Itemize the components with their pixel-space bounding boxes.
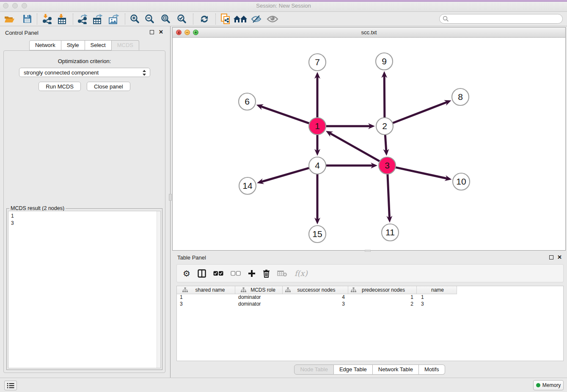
tab-edge-table[interactable]: Edge Table xyxy=(334,364,373,375)
network-window-titlebar[interactable]: x − + scc.txt xyxy=(173,28,565,38)
network-window-title: scc.txt xyxy=(173,29,565,36)
graph-node-8[interactable]: 8 xyxy=(452,88,469,105)
graph-node-14[interactable]: 14 xyxy=(239,177,256,194)
cell-shared-name[interactable]: 3 xyxy=(177,301,235,308)
cell-mcds-role[interactable]: dominator xyxy=(235,294,283,301)
optimization-criterion-dropdown[interactable]: strongly connected component xyxy=(19,68,150,77)
tab-node-table[interactable]: Node Table xyxy=(294,364,334,375)
zoom-in-button[interactable] xyxy=(128,13,142,25)
zoom-fit-content-button[interactable] xyxy=(158,13,174,25)
delete-column-button[interactable] xyxy=(263,269,270,278)
close-table-panel-icon[interactable]: ✕ xyxy=(557,254,562,260)
graph-node-7[interactable]: 7 xyxy=(309,54,326,71)
export-image-button[interactable] xyxy=(106,13,122,25)
search-input[interactable] xyxy=(439,14,563,24)
float-panel-icon[interactable] xyxy=(150,30,154,34)
graph-node-2[interactable]: 2 xyxy=(376,118,393,135)
save-session-button[interactable] xyxy=(20,13,34,25)
graph-edge-3-11[interactable] xyxy=(386,173,392,223)
export-network-button[interactable] xyxy=(76,13,90,25)
graph-edge-1-7[interactable] xyxy=(314,72,320,119)
cell-mcds-role[interactable]: dominator xyxy=(235,301,283,308)
import-table-button[interactable] xyxy=(54,13,70,25)
zoom-selected-icon xyxy=(177,14,187,24)
graph-node-4[interactable]: 4 xyxy=(309,157,326,174)
network-canvas[interactable]: 7968124314101511 xyxy=(173,38,565,250)
hide-selected-button[interactable] xyxy=(248,13,264,25)
memory-status-icon xyxy=(536,383,540,387)
graph-edge-1-4[interactable] xyxy=(314,134,320,156)
apply-preferred-layout-button[interactable] xyxy=(196,13,212,25)
cell-shared-name[interactable]: 1 xyxy=(177,294,235,301)
tab-motifs[interactable]: Motifs xyxy=(419,364,445,375)
graph-node-6[interactable]: 6 xyxy=(239,93,256,110)
show-all-button[interactable] xyxy=(264,13,281,25)
splitter-grip[interactable] xyxy=(169,194,172,201)
zoom-selected-button[interactable] xyxy=(174,13,190,25)
float-table-panel-icon[interactable] xyxy=(549,255,553,259)
folder-open-icon xyxy=(4,15,15,23)
graph-node-1[interactable]: 1 xyxy=(309,118,326,135)
graph-edge-2-8[interactable] xyxy=(392,100,451,123)
graph-edge-2-9[interactable] xyxy=(381,71,387,119)
graph-node-10[interactable]: 10 xyxy=(453,173,470,190)
tab-style[interactable]: Style xyxy=(61,40,85,50)
column-header-predecessor-nodes[interactable]: predecessor nodes xyxy=(348,286,417,294)
tab-mcds[interactable]: MCDS xyxy=(112,40,139,50)
import-network-button[interactable] xyxy=(40,13,54,25)
table-settings-button[interactable]: ⚙ xyxy=(183,269,190,278)
mcds-result-textarea[interactable]: 1 3 xyxy=(8,211,161,368)
column-header-name[interactable]: name xyxy=(417,286,457,294)
delete-table-button-disabled xyxy=(277,270,287,277)
refresh-layout-icon xyxy=(199,14,209,24)
tab-select[interactable]: Select xyxy=(85,40,112,50)
window-title: Session: New Session xyxy=(0,3,567,9)
eye-slash-icon xyxy=(251,15,262,23)
vertical-splitter[interactable] xyxy=(168,26,172,378)
graph-node-3[interactable]: 3 xyxy=(379,157,396,174)
cell-successor-nodes[interactable]: 3 xyxy=(283,301,348,308)
cell-name[interactable]: 1 xyxy=(417,294,457,301)
graph-node-9[interactable]: 9 xyxy=(376,53,393,70)
graph-edge-3-1[interactable] xyxy=(326,131,380,162)
memory-button[interactable]: Memory xyxy=(533,380,564,390)
result-scrollbar[interactable] xyxy=(157,211,160,368)
column-header-successor-nodes[interactable]: successor nodes xyxy=(283,286,348,294)
graph-edge-4-14[interactable] xyxy=(257,168,310,184)
task-history-button[interactable] xyxy=(4,381,17,390)
cell-predecessor-nodes[interactable]: 1 xyxy=(348,294,417,301)
deselect-all-columns-button[interactable] xyxy=(231,271,241,276)
select-all-columns-button[interactable] xyxy=(213,271,223,276)
create-column-button[interactable] xyxy=(248,270,256,277)
graph-edge-2-3[interactable] xyxy=(383,134,389,156)
graph-edge-3-10[interactable] xyxy=(395,167,452,181)
cell-predecessor-nodes[interactable]: 2 xyxy=(348,301,417,308)
graph-node-11[interactable]: 11 xyxy=(382,224,399,241)
mcds-result-groupbox: MCDS result (2 nodes) 1 3 xyxy=(6,208,162,370)
tab-network[interactable]: Network xyxy=(29,40,61,50)
table-row[interactable]: 1 dominator 4 1 1 xyxy=(177,294,563,301)
graph-edge-1-6[interactable] xyxy=(256,104,310,124)
close-panel-button[interactable]: Close panel xyxy=(87,82,130,91)
svg-text:4: 4 xyxy=(315,160,320,170)
cell-name[interactable]: 3 xyxy=(417,301,457,308)
export-table-button[interactable] xyxy=(90,13,106,25)
open-session-button[interactable] xyxy=(3,13,16,25)
graph-edge-4-3[interactable] xyxy=(325,163,377,168)
tab-network-table[interactable]: Network Table xyxy=(373,364,419,375)
zoom-out-button[interactable] xyxy=(142,13,158,25)
graph-edge-1-2[interactable] xyxy=(325,123,375,129)
network-graph[interactable]: 7968124314101511 xyxy=(173,38,565,250)
table-row[interactable]: 3 dominator 3 2 3 xyxy=(177,301,563,308)
column-header-shared-name[interactable]: shared name xyxy=(177,286,235,294)
column-header-mcds-role[interactable]: MCDS role xyxy=(235,286,283,294)
cell-successor-nodes[interactable]: 4 xyxy=(283,294,348,301)
first-neighbors-button[interactable] xyxy=(232,13,248,25)
show-columns-button[interactable] xyxy=(198,269,206,278)
close-panel-icon[interactable]: ✕ xyxy=(159,29,163,35)
run-mcds-button[interactable]: Run MCDS xyxy=(39,82,81,91)
graph-node-15[interactable]: 15 xyxy=(309,226,326,243)
graph-edge-4-15[interactable] xyxy=(314,173,320,224)
svg-text:6: 6 xyxy=(245,97,250,106)
new-network-from-selection-button[interactable] xyxy=(219,13,232,25)
